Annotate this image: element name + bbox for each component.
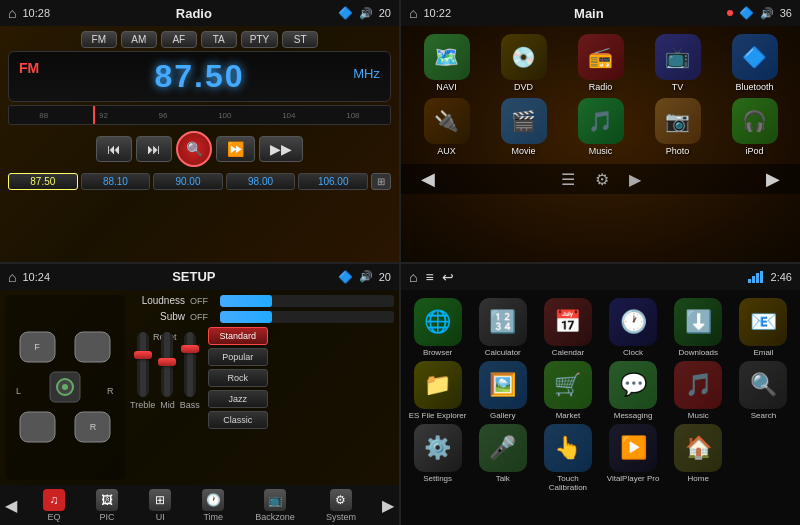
- system-tab-icon: ⚙: [330, 489, 352, 511]
- settings-gear-icon[interactable]: ⚙: [595, 170, 609, 189]
- music-icon: 🎵: [578, 98, 624, 144]
- preset-3[interactable]: 90.00: [153, 173, 223, 190]
- radio-vol-icon: 🔊: [359, 7, 373, 20]
- setup-content: F R L R Loudness OFF: [0, 290, 399, 486]
- ui-tab[interactable]: ⊞ UI: [144, 487, 176, 524]
- pic-tab[interactable]: 🖼 PIC: [91, 487, 123, 524]
- setup-volume: 20: [379, 271, 391, 283]
- loudness-slider[interactable]: [220, 295, 394, 307]
- backzone-tab[interactable]: 📺 Backzone: [250, 487, 300, 524]
- ta-button[interactable]: TA: [201, 31, 237, 48]
- calendar-app[interactable]: 📅 Calendar: [537, 298, 598, 357]
- pty-button[interactable]: PTY: [241, 31, 278, 48]
- esfile-icon: 📁: [414, 361, 462, 409]
- bluetooth-app[interactable]: 🔷 Bluetooth: [719, 34, 790, 92]
- radio-app[interactable]: 📻 Radio: [565, 34, 636, 92]
- preset-2[interactable]: 88.10: [81, 173, 151, 190]
- arrow-right-icon[interactable]: ▶: [629, 170, 641, 189]
- main-home-icon[interactable]: ⌂: [409, 5, 417, 21]
- preset-rock[interactable]: Rock: [208, 369, 268, 387]
- drawer-list-icon[interactable]: ≡: [425, 269, 433, 285]
- search-icon: 🔍: [739, 361, 787, 409]
- setup-home-icon[interactable]: ⌂: [8, 269, 16, 285]
- preset-menu-icon[interactable]: ⊞: [371, 173, 391, 190]
- eq-tab[interactable]: ♫ EQ: [38, 487, 70, 524]
- drawer-app-grid: 🌐 Browser 🔢 Calculator 📅 Calendar 🕐 Cloc…: [401, 290, 800, 500]
- vital-app[interactable]: ▶️ VitalPlayer Pro: [603, 424, 664, 492]
- eq-section: Loudness OFF Subw OFF Reset: [130, 295, 394, 481]
- calculator-app[interactable]: 🔢 Calculator: [472, 298, 533, 357]
- aux-app[interactable]: 🔌 AUX: [411, 98, 482, 156]
- preset-4[interactable]: 98.00: [226, 173, 296, 190]
- dvd-label: DVD: [514, 82, 533, 92]
- nav-left-arrow[interactable]: ◀: [421, 168, 435, 190]
- fm-button[interactable]: FM: [81, 31, 117, 48]
- downloads-app[interactable]: ⬇️ Downloads: [668, 298, 729, 357]
- signal-bars: [748, 271, 763, 283]
- home-drawer-app[interactable]: 🏠 Home: [668, 424, 729, 492]
- ipod-app[interactable]: 🎧 iPod: [719, 98, 790, 156]
- esfile-label: ES File Explorer: [409, 411, 467, 420]
- movie-app[interactable]: 🎬 Movie: [488, 98, 559, 156]
- setup-header: ⌂ 10:24 SETUP 🔷 🔊 20: [0, 264, 399, 290]
- ui-tab-icon: ⊞: [149, 489, 171, 511]
- fastforward-button[interactable]: ▶▶: [259, 136, 303, 162]
- radio-header: ⌂ 10:28 Radio 🔷 🔊 20: [0, 0, 399, 26]
- market-app[interactable]: 🛒 Market: [537, 361, 598, 420]
- search-app[interactable]: 🔍 Search: [733, 361, 794, 420]
- settings-app[interactable]: ⚙️ Settings: [407, 424, 468, 492]
- setup-next-arrow[interactable]: ▶: [382, 496, 394, 515]
- bass-slider-container: Bass: [180, 332, 200, 410]
- preset-standard[interactable]: Standard: [208, 327, 268, 345]
- clock-app[interactable]: 🕐 Clock: [603, 298, 664, 357]
- next-button[interactable]: ⏩: [216, 136, 255, 162]
- mid-slider[interactable]: [161, 332, 173, 397]
- messaging-app[interactable]: 💬 Messaging: [603, 361, 664, 420]
- esfile-app[interactable]: 📁 ES File Explorer: [407, 361, 468, 420]
- music-drawer-app[interactable]: 🎵 Music: [668, 361, 729, 420]
- drawer-back-icon[interactable]: ↩: [442, 269, 454, 285]
- preset-classic[interactable]: Classic: [208, 411, 268, 429]
- talk-app[interactable]: 🎤 Talk: [472, 424, 533, 492]
- home-icon[interactable]: ⌂: [8, 5, 16, 21]
- loudness-row: Loudness OFF: [130, 295, 394, 307]
- drawer-home-icon[interactable]: ⌂: [409, 269, 417, 285]
- email-app[interactable]: 📧 Email: [733, 298, 794, 357]
- photo-app[interactable]: 📷 Photo: [642, 98, 713, 156]
- tv-app[interactable]: 📺 TV: [642, 34, 713, 92]
- af-button[interactable]: AF: [161, 31, 197, 48]
- navi-app[interactable]: 🗺️ NAVI: [411, 34, 482, 92]
- setup-prev-arrow[interactable]: ◀: [5, 496, 17, 515]
- bluetooth-icon: 🔷: [732, 34, 778, 80]
- main-vol-icon: 🔊: [760, 7, 774, 20]
- am-button[interactable]: AM: [121, 31, 157, 48]
- preset-popular[interactable]: Popular: [208, 348, 268, 366]
- gallery-app[interactable]: 🖼️ Gallery: [472, 361, 533, 420]
- time-tab[interactable]: 🕐 Time: [197, 487, 229, 524]
- bass-slider[interactable]: [184, 332, 196, 397]
- preset-jazz[interactable]: Jazz: [208, 390, 268, 408]
- treble-slider[interactable]: [137, 332, 149, 397]
- email-label: Email: [753, 348, 773, 357]
- clock-icon: 🕐: [609, 298, 657, 346]
- market-icon: 🛒: [544, 361, 592, 409]
- st-button[interactable]: ST: [282, 31, 318, 48]
- main-volume: 36: [780, 7, 792, 19]
- prev-button[interactable]: ⏭: [136, 136, 172, 162]
- search-button[interactable]: 🔍: [176, 131, 212, 167]
- dvd-app[interactable]: 💿 DVD: [488, 34, 559, 92]
- system-tab[interactable]: ⚙ System: [321, 487, 361, 524]
- gallery-label: Gallery: [490, 411, 515, 420]
- browser-app[interactable]: 🌐 Browser: [407, 298, 468, 357]
- freq-unit: MHz: [353, 66, 380, 81]
- touch-label: Touch Calibration: [537, 474, 598, 492]
- music-app[interactable]: 🎵 Music: [565, 98, 636, 156]
- menu-icon[interactable]: ☰: [561, 170, 575, 189]
- preset-1[interactable]: 87.50: [8, 173, 78, 190]
- preset-5[interactable]: 106.00: [298, 173, 368, 190]
- touch-app[interactable]: 👆 Touch Calibration: [537, 424, 598, 492]
- nav-right-arrow[interactable]: ▶: [766, 168, 780, 190]
- rewind-button[interactable]: ⏮: [96, 136, 132, 162]
- subw-slider[interactable]: [220, 311, 394, 323]
- movie-icon: 🎬: [501, 98, 547, 144]
